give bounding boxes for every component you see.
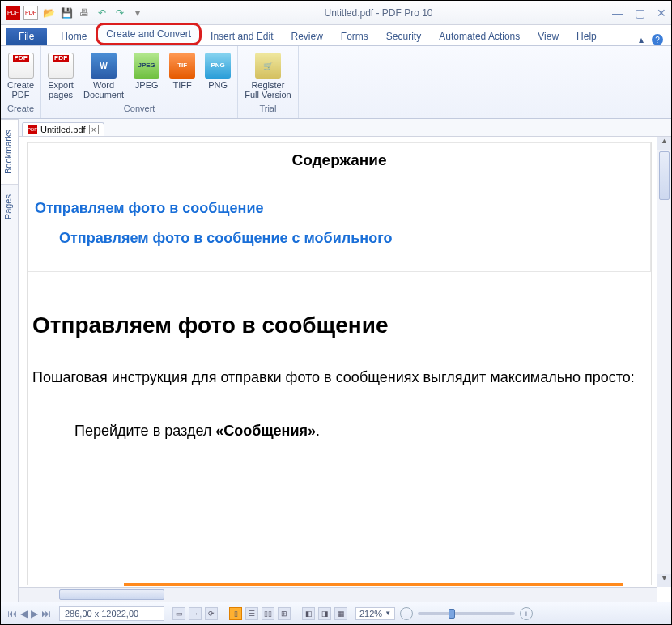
rotate-icon[interactable]: ⟳ (205, 607, 218, 620)
save-icon[interactable]: 💾 (59, 6, 74, 20)
tab-create-and-convert[interactable]: Create and Convert (96, 23, 202, 45)
png-button[interactable]: PNG PNG (205, 49, 231, 90)
scroll-up-icon[interactable]: ▲ (657, 137, 671, 150)
prev-page-icon[interactable]: ◀ (20, 608, 28, 619)
zoom-out-icon[interactable]: − (400, 607, 413, 620)
step-post: . (316, 423, 320, 439)
register-icon: 🛒 (255, 53, 281, 79)
layout2-icon[interactable]: ◨ (318, 607, 331, 620)
title-bar: PDF PDF 📂 💾 🖶 ↶ ↷ ▾ Untitled.pdf - PDF P… (1, 1, 671, 25)
file-tab[interactable]: File (6, 28, 47, 45)
jpeg-icon: JPEG (134, 53, 159, 79)
pdf-app-icon[interactable]: PDF (6, 6, 20, 20)
step-1: Перейдите в раздел «Сообщения». (74, 423, 646, 440)
help-icon[interactable]: ? (652, 34, 663, 45)
jpeg-label: JPEG (135, 80, 159, 90)
jpeg-button[interactable]: JPEG JPEG (134, 49, 159, 90)
vscroll-thumb[interactable] (659, 151, 670, 200)
continuous-facing-icon[interactable]: ⊞ (278, 607, 291, 620)
document-viewport[interactable]: Содержание Отправляем фото в сообщение О… (19, 137, 671, 602)
register-label: Register Full Version (245, 80, 291, 100)
zoom-slider[interactable] (418, 612, 515, 615)
export-pages-label: Export pages (48, 80, 74, 100)
zoom-slider-knob[interactable] (449, 609, 455, 619)
group-create: Create PDF Create (1, 46, 41, 118)
fit-width-icon[interactable]: ↔ (189, 607, 202, 620)
export-pages-button[interactable]: Export pages (48, 49, 74, 100)
fit-page-icon[interactable]: ▭ (172, 607, 185, 620)
facing-icon[interactable]: ▯▯ (262, 607, 274, 620)
open-icon[interactable]: 📂 (41, 6, 56, 20)
ribbon-panel: Create PDF Create Export pages W Word Do… (1, 46, 671, 119)
step-pre: Перейдите в раздел (74, 423, 215, 439)
tab-help[interactable]: Help (568, 27, 606, 45)
maximize-icon[interactable]: ▢ (635, 6, 645, 19)
zoom-value[interactable]: 212%▼ (355, 607, 395, 620)
page-nav: ⏮ ◀ ▶ ⏭ (7, 608, 51, 619)
work-area: Bookmarks Pages PDF Untitled.pdf × Содер… (1, 119, 671, 602)
group-convert: Export pages W Word Document JPEG JPEG T… (41, 46, 238, 118)
view-mode-icons: ▭ ↔ ⟳ ▯ ☰ ▯▯ ⊞ ◧ ◨ ▦ (172, 607, 347, 620)
pdf-badge-icon: PDF (28, 125, 37, 134)
word-icon: W (91, 53, 117, 79)
document-tabs: PDF Untitled.pdf × (19, 119, 671, 137)
quick-access-toolbar: PDF PDF 📂 💾 🖶 ↶ ↷ ▾ (6, 6, 145, 20)
scroll-down-icon[interactable]: ▼ (657, 574, 671, 587)
ribbon-minimize-icon[interactable]: ▴ (639, 34, 644, 45)
step-bold: «Сообщения» (215, 423, 316, 439)
pdf-doc-icon[interactable]: PDF (23, 6, 38, 20)
toc-link-1[interactable]: Отправляем фото в сообщение (35, 200, 644, 217)
first-page-icon[interactable]: ⏮ (7, 608, 17, 619)
zoom-controls: 212%▼ − + (355, 607, 533, 620)
document-tab[interactable]: PDF Untitled.pdf × (22, 122, 104, 136)
register-button[interactable]: 🛒 Register Full Version (245, 49, 291, 100)
tab-automated-actions[interactable]: Automated Actions (430, 27, 529, 45)
create-pdf-label: Create PDF (7, 80, 34, 100)
toc-link-2[interactable]: Отправляем фото в сообщение с мобильного (59, 230, 644, 247)
redo-icon[interactable]: ↷ (113, 6, 127, 20)
sidetab-bookmarks[interactable]: Bookmarks (1, 119, 18, 184)
document-tab-label: Untitled.pdf (40, 125, 86, 134)
print-icon[interactable]: 🖶 (77, 6, 91, 20)
tab-home[interactable]: Home (52, 27, 96, 45)
word-document-button[interactable]: W Word Document (83, 49, 124, 100)
png-icon: PNG (205, 53, 231, 79)
tab-review[interactable]: Review (282, 27, 331, 45)
layout1-icon[interactable]: ◧ (302, 607, 315, 620)
paragraph: Пошаговая инструкция для отправки фото в… (32, 363, 646, 393)
hscroll-thumb[interactable] (59, 589, 164, 600)
export-pages-icon (48, 53, 74, 79)
close-icon[interactable]: ✕ (657, 6, 666, 19)
png-label: PNG (208, 80, 228, 90)
horizontal-scrollbar[interactable] (19, 587, 657, 602)
thumbnail-strip (124, 583, 623, 586)
group-create-label: Create (7, 102, 34, 115)
tiff-button[interactable]: TIF TIFF (169, 49, 195, 90)
zoom-in-icon[interactable]: + (520, 607, 533, 620)
continuous-icon[interactable]: ☰ (245, 607, 258, 620)
undo-icon[interactable]: ↶ (95, 6, 109, 20)
tab-insert-and-edit[interactable]: Insert and Edit (202, 27, 282, 45)
group-trial: 🛒 Register Full Version Trial (238, 46, 298, 118)
tab-view[interactable]: View (529, 27, 568, 45)
qat-customize-icon[interactable]: ▾ (130, 6, 145, 20)
create-pdf-button[interactable]: Create PDF (7, 49, 34, 100)
status-bar: ⏮ ◀ ▶ ⏭ 286,00 x 12022,00 ▭ ↔ ⟳ ▯ ☰ ▯▯ ⊞… (1, 602, 671, 624)
window-title: Untitled.pdf - PDF Pro 10 (145, 7, 612, 19)
group-trial-label: Trial (259, 102, 276, 115)
toc-box: Содержание Отправляем фото в сообщение О… (28, 142, 651, 272)
next-page-icon[interactable]: ▶ (31, 608, 38, 619)
layout3-icon[interactable]: ▦ (334, 607, 347, 620)
last-page-icon[interactable]: ⏭ (41, 608, 51, 619)
document-area: PDF Untitled.pdf × Содержание Отправляем… (19, 119, 671, 602)
minimize-icon[interactable]: — (612, 6, 623, 19)
tab-forms[interactable]: Forms (332, 27, 377, 45)
vertical-scrollbar[interactable]: ▲ ▼ (657, 137, 671, 587)
tab-close-icon[interactable]: × (89, 125, 99, 134)
single-page-icon[interactable]: ▯ (229, 607, 242, 620)
pdf-icon (8, 53, 34, 79)
tif-icon: TIF (169, 53, 195, 79)
sidetab-pages[interactable]: Pages (1, 184, 18, 229)
chevron-down-icon[interactable]: ▼ (385, 610, 391, 617)
tab-security[interactable]: Security (377, 27, 430, 45)
